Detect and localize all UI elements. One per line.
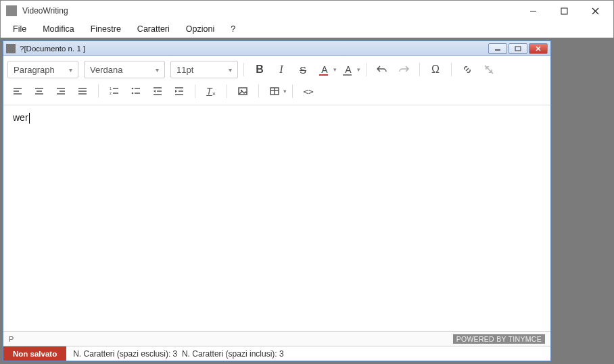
separator [243, 63, 244, 76]
app-title: VideoWriting [22, 6, 517, 16]
minimize-button[interactable] [517, 1, 548, 21]
menu-help[interactable]: ? [224, 22, 242, 36]
document-titlebar[interactable]: ?[Documento n. 1 ] [3, 41, 550, 56]
workspace: ?[Documento n. 1 ] Paragraph▾ Verdana▾ 1… [0, 38, 614, 364]
menubar: File Modifica Finestre Caratteri Opzioni… [1, 21, 613, 38]
unlink-button[interactable] [479, 60, 499, 79]
align-left-button[interactable] [7, 82, 28, 101]
paragraph-select[interactable]: Paragraph▾ [7, 61, 78, 78]
workspace-background [551, 38, 614, 364]
char-excl-value: 3 [173, 349, 178, 359]
close-button[interactable] [580, 1, 611, 21]
align-justify-button[interactable] [72, 82, 93, 101]
separator [195, 84, 195, 98]
separator [451, 63, 452, 76]
svg-rect-5 [515, 47, 521, 51]
char-incl-label: N. Caratteri (spazi inclusi): [182, 349, 277, 359]
menu-file[interactable]: File [6, 22, 33, 36]
link-button[interactable] [457, 60, 477, 79]
separator [366, 63, 367, 76]
document-window-controls [488, 43, 548, 54]
doc-maximize-button[interactable] [509, 43, 527, 54]
chevron-down-icon: ▾ [69, 66, 72, 74]
document-window: ?[Documento n. 1 ] Paragraph▾ Verdana▾ 1… [3, 41, 551, 361]
mdi-area: ?[Documento n. 1 ] Paragraph▾ Verdana▾ 1… [0, 38, 551, 364]
numbered-list-button[interactable]: 12 [104, 82, 124, 101]
align-center-button[interactable] [29, 82, 49, 101]
fontsize-select-label: 11pt [176, 65, 193, 75]
char-incl-value: 3 [279, 349, 284, 359]
bold-button[interactable]: B [250, 60, 270, 79]
menu-opzioni[interactable]: Opzioni [179, 22, 221, 36]
strikethrough-button[interactable]: S [293, 60, 313, 79]
text-cursor [29, 113, 30, 124]
source-code-button[interactable]: <> [298, 82, 318, 101]
svg-point-24 [132, 88, 134, 90]
titlebar: VideoWriting [1, 1, 613, 21]
char-excl-label: N. Caratteri (spazi esclusi): [73, 349, 170, 359]
separator [419, 63, 420, 76]
font-select-label: Verdana [90, 65, 122, 75]
clear-format-button[interactable]: T× [201, 82, 221, 101]
align-right-button[interactable] [51, 82, 71, 101]
text-color-button[interactable]: A [314, 60, 335, 79]
special-char-button[interactable]: Ω [425, 60, 446, 79]
table-button[interactable] [264, 82, 285, 101]
svg-text:1: 1 [110, 86, 112, 90]
fontsize-select[interactable]: 11pt▾ [170, 61, 238, 78]
paragraph-select-label: Paragraph [14, 65, 55, 75]
font-select[interactable]: Verdana▾ [84, 61, 165, 78]
app-statusbar: Non salvato N. Caratteri (spazi esclusi)… [3, 346, 550, 361]
editor-area[interactable]: wer [3, 105, 550, 331]
editor-path[interactable]: P [9, 335, 14, 343]
document-title: ?[Documento n. 1 ] [20, 45, 488, 53]
svg-text:2: 2 [110, 91, 112, 95]
bg-color-button[interactable]: A [338, 60, 358, 79]
text-color-swatch [319, 74, 328, 76]
doc-close-button[interactable] [529, 43, 548, 54]
separator [292, 84, 293, 98]
save-status-badge: Non salvato [3, 346, 66, 361]
maximize-button[interactable] [548, 1, 580, 21]
chevron-down-icon: ▾ [229, 66, 232, 74]
chevron-down-icon: ▾ [156, 66, 159, 74]
italic-button[interactable]: I [271, 60, 291, 79]
separator [258, 84, 259, 98]
image-button[interactable] [233, 82, 253, 101]
menu-caratteri[interactable]: Caratteri [131, 22, 176, 36]
redo-button[interactable] [394, 60, 414, 79]
window-controls [517, 1, 611, 21]
editor-toolbar: Paragraph▾ Verdana▾ 11pt▾ B I S A ▾ A ▾ … [3, 56, 550, 105]
chevron-down-icon[interactable]: ▾ [283, 88, 287, 95]
menu-finestre[interactable]: Finestre [84, 22, 128, 36]
bullet-list-button[interactable] [126, 82, 146, 101]
bg-color-swatch [343, 74, 352, 76]
undo-button[interactable] [372, 60, 392, 79]
editor-statusbar: P POWERED BY TINYMCE [3, 331, 550, 346]
menu-modifica[interactable]: Modifica [36, 22, 81, 36]
svg-point-25 [132, 93, 134, 95]
app-icon [6, 5, 17, 16]
doc-minimize-button[interactable] [488, 43, 507, 54]
separator [98, 84, 99, 98]
indent-button[interactable] [169, 82, 189, 101]
separator [227, 84, 227, 98]
outdent-button[interactable] [147, 82, 168, 101]
svg-rect-1 [561, 8, 567, 14]
powered-by-label: POWERED BY TINYMCE [453, 334, 545, 344]
editor-content: wer [13, 112, 28, 123]
document-icon [6, 44, 16, 53]
